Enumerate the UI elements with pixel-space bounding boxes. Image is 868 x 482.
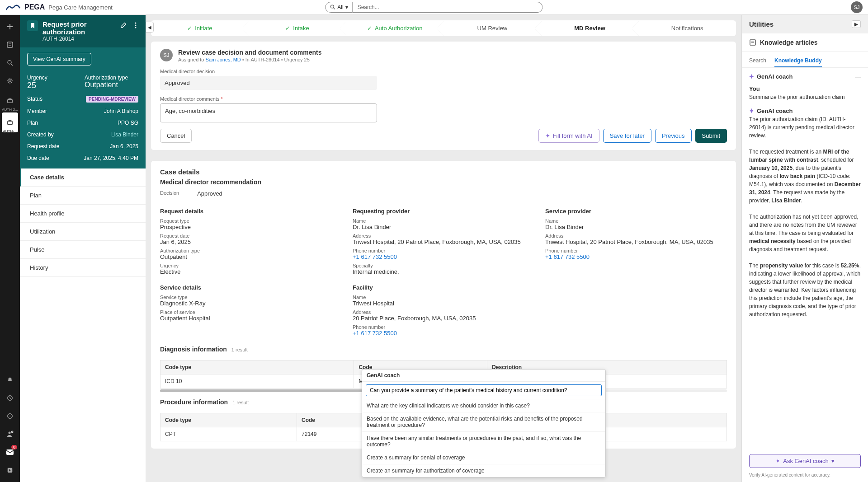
procedure-heading: Procedure information [160, 398, 228, 406]
utilities-panel: Utilities ▶ Knowledge articles Search Kn… [741, 15, 868, 482]
search-scope-selector[interactable]: All ▾ [325, 2, 353, 13]
book-icon [749, 39, 756, 46]
minus-icon: — [855, 73, 861, 80]
review-meta: Assigned to Sam Jones, MD • In AUTH-2601… [178, 57, 321, 62]
suggestion-item[interactable]: Based on the available evidence, what ar… [362, 412, 605, 431]
create-button[interactable] [2, 19, 18, 35]
check-icon: ✓ [285, 25, 290, 32]
side-nav-history[interactable]: History [20, 259, 146, 277]
suggestion-item[interactable]: Create a summary for denial of coverage [362, 451, 605, 464]
zoom-icon[interactable] [2, 55, 18, 71]
svg-point-21 [135, 27, 137, 28]
svg-point-14 [10, 416, 11, 416]
previous-button[interactable]: Previous [655, 129, 692, 143]
case-tab-2[interactable]: AUTH-... [2, 112, 18, 132]
submit-button[interactable]: Submit [695, 129, 727, 143]
person-plus-icon[interactable] [2, 426, 18, 442]
svg-rect-17 [6, 449, 14, 455]
svg-point-0 [330, 5, 334, 8]
requesting-phone-link[interactable]: +1 617 732 5500 [353, 253, 534, 260]
suggestions-heading: GenAI coach [362, 370, 605, 382]
expand-icon[interactable] [2, 462, 18, 478]
svg-point-7 [9, 80, 11, 82]
edit-icon[interactable] [118, 20, 128, 30]
list-icon[interactable] [2, 37, 18, 53]
case-id: AUTH-26014 [42, 36, 114, 42]
bookmark-icon[interactable] [27, 20, 38, 31]
chat-icon[interactable] [2, 408, 18, 424]
genai-coach-header[interactable]: ✦GenAI coach — [742, 68, 868, 85]
cancel-button[interactable]: Cancel [160, 129, 192, 143]
svg-rect-2 [7, 42, 13, 47]
app-name: Pega Care Management [48, 4, 113, 11]
search-icon [330, 5, 335, 10]
ask-genai-coach-button[interactable]: ✦Ask GenAI coach▾ [749, 454, 861, 468]
suggestion-item[interactable]: Have there been any similar treatments o… [362, 431, 605, 451]
svg-point-20 [135, 25, 137, 26]
user-avatar[interactable]: SJ [851, 1, 863, 13]
view-genai-summary-button[interactable]: View GenAI summary [27, 53, 91, 66]
knowledge-heading: Knowledge articles [749, 39, 861, 46]
case-details-heading: Case details [160, 168, 727, 176]
coach-message: The prior authorization claim (ID: AUTH-… [749, 115, 861, 318]
diagnosis-heading: Diagnosis information [160, 346, 227, 353]
stage-notifications[interactable]: Notifications [638, 20, 736, 36]
utilities-header: Utilities ▶ [742, 15, 868, 33]
side-nav-utilization[interactable]: Utilization [20, 223, 146, 241]
case-sidebar: Request prior authorization AUTH-26014 V… [20, 15, 146, 482]
assignee-link[interactable]: Sam Jones, MD [206, 57, 241, 62]
comments-label: Medical director comments * [160, 96, 727, 102]
expand-icon[interactable]: ▶ [852, 20, 861, 28]
service-phone-link[interactable]: +1 617 732 5500 [545, 253, 727, 260]
side-nav-case-details[interactable]: Case details [20, 168, 146, 187]
side-nav-pulse[interactable]: Pulse [20, 241, 146, 259]
svg-line-1 [334, 8, 335, 9]
suggestion-input[interactable] [366, 384, 602, 396]
fill-form-ai-button[interactable]: ✦Fill form with AI [538, 129, 599, 143]
search-container: All ▾ [325, 2, 542, 13]
top-bar: PEGA Pega Care Management All ▾ SJ [0, 0, 868, 15]
tab-knowledge-buddy[interactable]: Knowledge Buddy [774, 55, 822, 67]
envelope-icon[interactable]: 0 [2, 444, 18, 460]
svg-rect-9 [8, 121, 13, 124]
case-header: Request prior authorization AUTH-26014 [20, 15, 146, 47]
search-input[interactable] [353, 2, 543, 13]
you-label: You [749, 85, 861, 92]
suggestion-item[interactable]: Create an summary for authorization of c… [362, 464, 605, 477]
check-icon: ✓ [367, 25, 372, 32]
svg-point-12 [9, 416, 9, 416]
verify-disclaimer: Verify AI-generated content for accuracy… [742, 473, 868, 482]
facility-phone-link[interactable]: +1 617 732 5500 [353, 330, 534, 337]
suggestion-item[interactable]: What are the key clinical indicators we … [362, 399, 605, 412]
bell-icon[interactable] [2, 372, 18, 388]
tab-search[interactable]: Search [749, 55, 766, 67]
collapse-sidebar-button[interactable]: ◀ [146, 22, 154, 33]
pega-logo-icon [5, 4, 21, 11]
case-tab-1[interactable]: AUTH-2... [2, 91, 18, 111]
stage-auto-auth[interactable]: ✓Auto Authorization [346, 20, 443, 36]
chevron-down-icon: ▾ [831, 458, 835, 464]
svg-point-13 [9, 416, 10, 416]
coach-body: You Summarize the prior authorization cl… [742, 85, 868, 449]
svg-rect-8 [8, 99, 13, 103]
more-icon[interactable] [133, 20, 138, 30]
svg-point-5 [8, 61, 11, 64]
stage-md-review[interactable]: MD Review [541, 20, 639, 36]
decision-value: Approved [160, 76, 377, 90]
check-icon: ✓ [187, 25, 192, 32]
sparkle-icon: ✦ [545, 132, 550, 139]
gear-icon[interactable] [2, 73, 18, 89]
left-rail: AUTH-2... AUTH-... 0 [0, 15, 20, 482]
clock-icon[interactable] [2, 390, 18, 406]
stage-intake[interactable]: ✓Intake [249, 20, 346, 36]
side-nav-health[interactable]: Health profile [20, 205, 146, 223]
genai-suggestions-popup: GenAI coach What are the key clinical in… [362, 369, 606, 477]
svg-point-19 [135, 23, 137, 24]
stage-initiate[interactable]: ✓Initiate [151, 20, 249, 36]
save-later-button[interactable]: Save for later [603, 129, 651, 143]
case-meta: Urgency25 Authorization typeOutpatient S… [20, 71, 146, 168]
side-nav-plan[interactable]: Plan [20, 187, 146, 205]
comments-input[interactable]: Age, co-morbidities [160, 103, 377, 122]
stage-um-review[interactable]: UM Review [443, 20, 541, 36]
created-by-link[interactable]: Lisa Binder [111, 131, 138, 138]
